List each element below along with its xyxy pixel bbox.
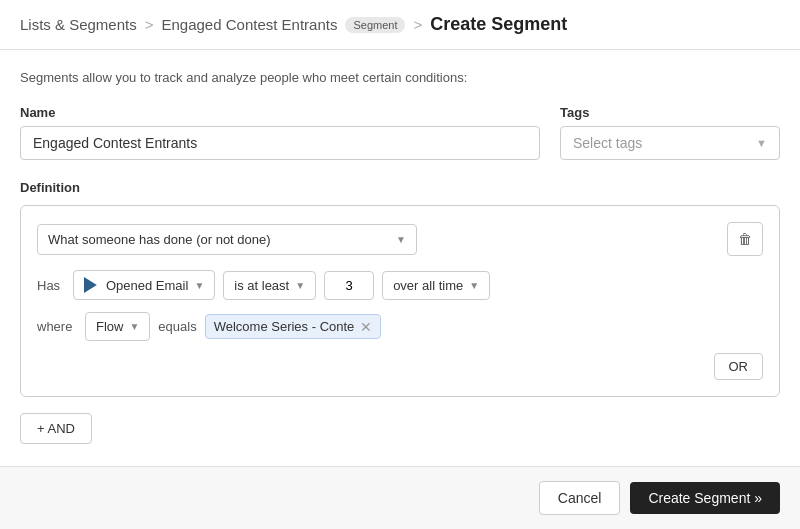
flow-label: Flow [96, 319, 123, 334]
breadcrumb-sep-2: > [413, 16, 422, 33]
cancel-button[interactable]: Cancel [539, 481, 621, 515]
chevron-down-icon: ▼ [295, 280, 305, 291]
create-segment-button[interactable]: Create Segment » [630, 482, 780, 514]
trash-icon: 🗑 [738, 231, 752, 247]
name-label: Name [20, 105, 540, 120]
chevron-down-icon: ▼ [756, 137, 767, 149]
chevron-down-icon: ▼ [396, 234, 406, 245]
equals-label: equals [158, 319, 196, 334]
chevron-down-icon: ▼ [194, 280, 204, 291]
tags-group: Tags Select tags ▼ [560, 105, 780, 160]
tags-select[interactable]: Select tags ▼ [560, 126, 780, 160]
or-button[interactable]: OR [714, 353, 764, 380]
definition-label: Definition [20, 180, 780, 195]
where-label: where [37, 319, 77, 334]
delete-condition-button[interactable]: 🗑 [727, 222, 763, 256]
time-label: over all time [393, 278, 463, 293]
and-button[interactable]: + AND [20, 413, 92, 444]
definition-section: Definition What someone has done (or not… [20, 180, 780, 444]
where-row: where Flow ▼ equals Welcome Series - Con… [37, 312, 763, 341]
page-title: Create Segment [430, 14, 567, 35]
breadcrumb: Lists & Segments > Engaged Contest Entra… [0, 0, 800, 50]
flow-value-chip: Welcome Series - Conte ✕ [205, 314, 382, 339]
form-row: Name Tags Select tags ▼ [20, 105, 780, 160]
operator-label: is at least [234, 278, 289, 293]
main-content: Segments allow you to track and analyze … [0, 50, 800, 444]
operator-dropdown[interactable]: is at least ▼ [223, 271, 316, 300]
count-input[interactable] [324, 271, 374, 300]
description-text: Segments allow you to track and analyze … [20, 70, 780, 85]
breadcrumb-segment-name[interactable]: Engaged Contest Entrants [161, 16, 337, 33]
chevron-down-icon: ▼ [129, 321, 139, 332]
tags-placeholder: Select tags [573, 135, 642, 151]
condition-type-label: What someone has done (or not done) [48, 232, 271, 247]
condition-type-dropdown[interactable]: What someone has done (or not done) ▼ [37, 224, 417, 255]
definition-box: What someone has done (or not done) ▼ 🗑 … [20, 205, 780, 397]
tags-label: Tags [560, 105, 780, 120]
name-group: Name [20, 105, 540, 160]
event-name-label: Opened Email [106, 278, 188, 293]
chevron-down-icon: ▼ [469, 280, 479, 291]
breadcrumb-sep-1: > [145, 16, 154, 33]
has-label: Has [37, 278, 65, 293]
breadcrumb-lists-segments[interactable]: Lists & Segments [20, 16, 137, 33]
footer: Cancel Create Segment » [0, 466, 800, 529]
segment-badge: Segment [345, 17, 405, 33]
flow-value-text: Welcome Series - Conte [214, 319, 355, 334]
time-dropdown[interactable]: over all time ▼ [382, 271, 490, 300]
or-row: OR [37, 353, 763, 380]
condition-type-row: What someone has done (or not done) ▼ 🗑 [37, 222, 763, 256]
flow-dropdown[interactable]: Flow ▼ [85, 312, 150, 341]
name-input[interactable] [20, 126, 540, 160]
email-icon [84, 277, 100, 293]
event-dropdown[interactable]: Opened Email ▼ [73, 270, 215, 300]
remove-chip-button[interactable]: ✕ [360, 320, 372, 334]
has-row: Has Opened Email ▼ is at least ▼ over al… [37, 270, 763, 300]
